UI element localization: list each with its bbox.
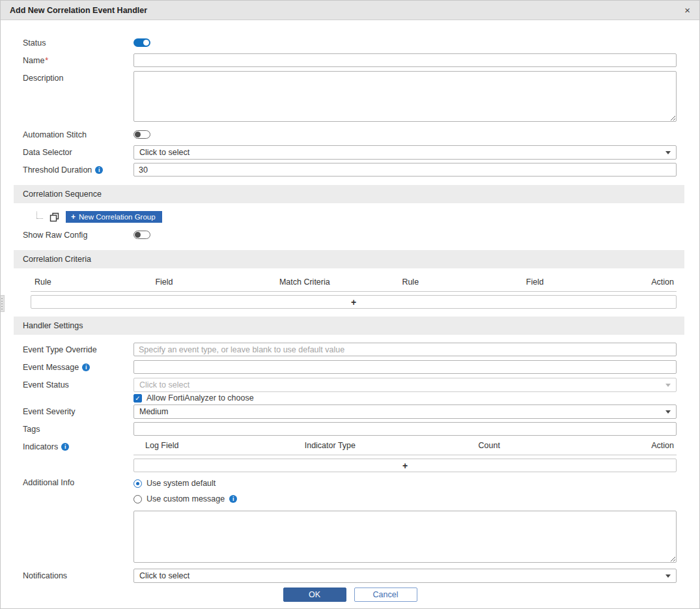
status-row: Status: [1, 36, 699, 50]
toggle-knob: [143, 40, 149, 46]
data-selector-row: Data Selector Click to select: [1, 145, 699, 160]
use-system-default-label: Use system default: [147, 479, 216, 488]
indicators-row: Indicatorsi Log Field Indicator Type Cou…: [1, 440, 699, 472]
col-match-criteria: Match Criteria: [279, 277, 402, 287]
event-message-label: Event Messagei: [23, 360, 133, 375]
data-selector-label: Data Selector: [23, 145, 133, 160]
dialog-body: Status Name* Description Automation Stit…: [1, 20, 699, 602]
tree-connector: [36, 212, 43, 219]
description-label: Description: [23, 71, 133, 85]
close-icon[interactable]: ×: [684, 5, 690, 15]
required-mark: *: [45, 56, 48, 65]
data-selector-dropdown[interactable]: Click to select: [133, 145, 677, 160]
col-action: Action: [650, 277, 677, 287]
allow-choose-label: Allow FortiAnalyzer to choose: [147, 393, 254, 403]
event-type-override-row: Event Type Override: [1, 343, 699, 357]
automation-stitch-label: Automation Stitch: [23, 128, 133, 142]
chevron-down-icon: [665, 384, 671, 387]
info-icon[interactable]: i: [229, 495, 237, 503]
plus-icon: +: [351, 297, 356, 307]
plus-icon: +: [402, 460, 408, 471]
description-row: Description: [1, 71, 699, 124]
chevron-down-icon: [665, 410, 671, 414]
notifications-row: Notifications Click to select: [1, 569, 699, 583]
threshold-label: Threshold Durationi: [23, 163, 133, 177]
tags-row: Tags: [1, 422, 699, 436]
info-icon[interactable]: i: [82, 363, 90, 371]
event-severity-row: Event Severity Medium: [1, 404, 699, 419]
show-raw-config-row: Show Raw Config: [1, 228, 699, 242]
info-icon[interactable]: i: [61, 443, 69, 451]
event-severity-dropdown[interactable]: Medium: [133, 404, 677, 419]
new-correlation-group-label: New Correlation Group: [79, 213, 156, 221]
event-status-label: Event Status: [23, 378, 133, 392]
notifications-label: Notifications: [23, 569, 133, 583]
panel-resize-handle[interactable]: [1, 295, 5, 312]
criteria-table-header: Rule Field Match Criteria Rule Field Act…: [31, 276, 677, 292]
show-raw-config-label: Show Raw Config: [23, 228, 133, 242]
new-correlation-group-button[interactable]: + New Correlation Group: [66, 211, 162, 223]
section-correlation-sequence: Correlation Sequence: [14, 185, 684, 203]
col-log-field: Log Field: [133, 441, 305, 450]
event-severity-label: Event Severity: [23, 404, 133, 419]
name-row: Name*: [1, 53, 699, 68]
col-count: Count: [479, 441, 609, 450]
col-action: Action: [609, 441, 677, 450]
tags-input[interactable]: [133, 422, 677, 436]
ok-button[interactable]: OK: [283, 588, 346, 602]
data-selector-value: Click to select: [139, 148, 189, 157]
allow-choose-row: ✓ Allow FortiAnalyzer to choose: [133, 393, 677, 403]
automation-stitch-row: Automation Stitch: [1, 128, 699, 142]
indicators-table-header: Log Field Indicator Type Count Action: [133, 440, 677, 455]
col-field-2: Field: [526, 277, 650, 287]
automation-stitch-toggle[interactable]: [133, 130, 150, 139]
custom-message-textarea[interactable]: [133, 511, 677, 563]
use-custom-message-radio[interactable]: [133, 495, 142, 503]
section-handler-settings: Handler Settings: [14, 317, 684, 335]
name-input[interactable]: [133, 53, 677, 67]
section-correlation-criteria: Correlation Criteria: [14, 250, 684, 268]
status-label: Status: [23, 36, 133, 50]
event-message-row: Event Messagei: [1, 360, 699, 375]
toggle-knob: [135, 132, 141, 137]
threshold-input[interactable]: [133, 163, 677, 177]
event-type-override-input[interactable]: [133, 343, 677, 356]
use-custom-message-label: Use custom message: [147, 494, 225, 503]
show-raw-config-toggle[interactable]: [133, 231, 150, 239]
info-icon[interactable]: i: [95, 166, 103, 174]
col-rule-2: Rule: [402, 277, 525, 287]
notifications-value: Click to select: [139, 571, 189, 580]
additional-info-row: Additional Info Use system default Use c…: [1, 475, 699, 565]
correlation-criteria-table: Rule Field Match Criteria Rule Field Act…: [1, 276, 699, 309]
event-status-row: Event Status Click to select ✓ Allow For…: [1, 378, 699, 404]
notifications-dropdown[interactable]: Click to select: [133, 569, 677, 583]
correlation-sequence-tree: + New Correlation Group: [1, 211, 699, 223]
allow-fortianalyzer-checkbox[interactable]: ✓: [133, 394, 142, 403]
col-rule: Rule: [31, 277, 155, 287]
indicators-add-row-button[interactable]: +: [133, 459, 677, 472]
chevron-down-icon: [665, 151, 671, 154]
event-type-override-label: Event Type Override: [23, 343, 133, 357]
use-custom-message-option: Use custom message i: [133, 491, 677, 507]
event-status-dropdown: Click to select: [133, 378, 677, 392]
plus-icon: +: [71, 212, 76, 221]
name-label: Name*: [23, 53, 133, 68]
check-icon: ✓: [135, 395, 140, 402]
event-status-value: Click to select: [139, 380, 189, 389]
add-correlation-event-handler-dialog: { "titlebar": { "title": "Add New Correl…: [0, 0, 700, 609]
criteria-add-row-button[interactable]: +: [31, 295, 677, 309]
tags-label: Tags: [23, 422, 133, 436]
additional-info-label: Additional Info: [23, 475, 133, 490]
chevron-down-icon: [665, 574, 671, 578]
dialog-titlebar: Add New Correlation Event Handler ×: [1, 1, 699, 20]
event-severity-value: Medium: [139, 407, 168, 416]
use-system-default-radio[interactable]: [133, 479, 142, 488]
correlation-group-icon[interactable]: [49, 212, 59, 222]
description-textarea[interactable]: [133, 71, 677, 122]
col-field: Field: [155, 277, 279, 287]
threshold-row: Threshold Durationi: [1, 163, 699, 177]
cancel-button[interactable]: Cancel: [354, 588, 417, 602]
event-message-input[interactable]: [133, 360, 677, 374]
indicators-label: Indicatorsi: [23, 440, 133, 454]
status-toggle[interactable]: [133, 38, 150, 47]
